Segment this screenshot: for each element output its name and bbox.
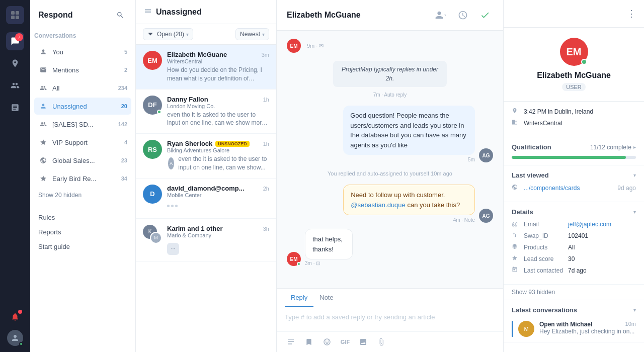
nav-icon-chat[interactable]: 7 (6, 32, 24, 50)
sidebar-rules[interactable]: Rules (34, 210, 131, 225)
reply-tab-note[interactable]: Note (313, 289, 339, 307)
details-chevron[interactable]: ▾ (633, 209, 636, 215)
assign-button[interactable] (433, 7, 449, 23)
sidebar-search-button[interactable] (113, 8, 127, 22)
location-icon (512, 108, 520, 115)
conv-sort-button[interactable]: Newest ▾ (235, 28, 269, 40)
global-label: Global Sales... (52, 157, 117, 164)
toolbar-bookmark-icon[interactable] (303, 336, 315, 348)
right-panel-header: ⋮ (504, 0, 644, 28)
latest-conv-title: Latest conversations (512, 306, 577, 314)
conv-company-ko: Mario & Company (167, 232, 269, 238)
right-panel: ⋮ EM Elizabeth McGuane USER 3:42 PM in D… (503, 0, 644, 352)
reply-tab-reply[interactable]: Reply (285, 289, 313, 307)
unassigned-count: 20 (121, 103, 127, 109)
sidebar-bottom: Rules Reports Start guide (30, 210, 135, 254)
conv-item-dd[interactable]: D david_diamond@comp... 2h Mobile Center (136, 179, 276, 219)
last-viewed-title: Last viewed (512, 171, 549, 179)
conv-item-ko[interactable]: K M Karim and 1 other 3h Mario & Company… (136, 219, 276, 261)
conv-item-rs[interactable]: RS Ryan Sherlock UNSNOOZED 1h Biking Adv… (136, 134, 276, 179)
nav-icon-stats[interactable] (6, 99, 24, 117)
sidebar-item-sales[interactable]: [SALES] SD... 142 (34, 116, 131, 133)
sidebar-item-you[interactable]: You 5 (34, 43, 131, 60)
lead-score-icon (512, 255, 520, 262)
mentions-label: Mentions (52, 66, 120, 74)
last-viewed-time: 9d ago (617, 185, 636, 192)
conv-avatar-df: DF (143, 96, 162, 115)
contact-online-dot (581, 59, 587, 65)
toolbar-gif-icon[interactable]: GIF (339, 336, 351, 348)
conv-avatar-ko2: M (150, 232, 162, 244)
sidebar-start-guide[interactable]: Start guide (34, 239, 131, 254)
reply-tabs: Reply Note (277, 289, 503, 307)
chat-header-actions (433, 7, 493, 23)
conv-content-df: Danny Fallon 1h London Moving Co. even t… (167, 96, 269, 128)
conv-item-df[interactable]: DF Danny Fallon 1h London Moving Co. eve… (136, 90, 276, 134)
unsnoozed-badge: UNSNOOZED (215, 141, 250, 147)
latest-conv-chevron[interactable]: ▾ (633, 307, 636, 313)
latest-conversations-header: Latest conversations ▾ (504, 300, 644, 316)
qualification-chevron[interactable]: ▸ (633, 144, 636, 150)
earlybird-count: 34 (121, 175, 127, 182)
toolbar-emoji-icon[interactable] (321, 336, 333, 348)
msg-row-1: EM 9m · ✉ (287, 39, 493, 53)
latest-conv-avatar: M (518, 321, 534, 337)
conv-list-menu-icon[interactable] (144, 7, 152, 17)
toolbar-attach-icon[interactable] (375, 336, 387, 348)
sidebar-item-mentions[interactable]: Mentions 2 (34, 61, 131, 78)
lead-score-label: Lead score (524, 255, 564, 262)
sidebar-item-unassigned[interactable]: Unassigned 20 (34, 98, 131, 115)
sidebar-item-all[interactable]: All 234 (34, 79, 131, 97)
msg-meta-note: 4m · Note (453, 217, 475, 223)
nav-icon-people[interactable] (6, 76, 24, 95)
conv-filter-button[interactable]: Open (20) ▾ (143, 28, 193, 40)
products-label: Products (524, 244, 564, 251)
svg-rect-2 (11, 16, 15, 19)
chat-area: Elizabeth McGuane EM 9m · ✉ ProjectMap t… (277, 0, 503, 352)
nav-icon-notifications[interactable] (6, 308, 24, 326)
details-section: Details ▾ @ Email jeff@japtec.com Swap_I… (504, 202, 644, 285)
show-hidden-link[interactable]: Show 20 hidden (30, 188, 135, 202)
filter-chevron: ▾ (186, 32, 189, 37)
msg-avatar-em2: EM (287, 252, 301, 266)
conv-list-title: Unassigned (156, 8, 202, 17)
reply-input[interactable]: Type # to add a saved reply or try sendi… (277, 307, 503, 331)
last-viewed-chevron[interactable]: ▾ (633, 172, 636, 178)
reply-toolbar: GIF (277, 331, 503, 352)
details-title: Details (512, 208, 533, 216)
browser-icon (512, 184, 520, 192)
vip-label: VIP Support (52, 139, 120, 146)
nav-icon-rocket[interactable] (6, 54, 24, 72)
latest-conv-item[interactable]: M Open with Michael 10m Hey Elizabeth, j… (504, 316, 644, 342)
sidebar-item-earlybird[interactable]: Early Bird Re... 34 (34, 170, 131, 187)
conv-name-em: Elizabeth McGuane (167, 51, 227, 58)
chat-messages: EM 9m · ✉ ProjectMap typically replies i… (277, 31, 503, 288)
msg-bubble-note: Need to follow up with customer. @sebast… (343, 185, 475, 215)
sidebar-reports[interactable]: Reports (34, 225, 131, 239)
conv-name-df: Danny Fallon (167, 96, 208, 103)
resolve-button[interactable] (477, 7, 493, 23)
qualification-progress-fill (512, 156, 626, 159)
sidebar-item-vip[interactable]: VIP Support 4 (34, 134, 131, 151)
earlybird-label: Early Bird Re... (52, 175, 117, 183)
contact-name: Elizabeth McGuane (512, 71, 636, 80)
toolbar-image-icon[interactable] (357, 336, 369, 348)
you-label: You (52, 48, 120, 56)
show-hidden-details[interactable]: Show 93 hidden (504, 285, 644, 300)
right-panel-more-btn[interactable]: ⋮ (627, 8, 636, 19)
user-avatar-small[interactable] (7, 330, 23, 346)
conv-avatar-ko-group: K M (143, 225, 162, 244)
svg-rect-0 (11, 11, 15, 15)
time-button[interactable] (455, 7, 471, 23)
msg-system: You replied and auto-assigned to yoursel… (287, 168, 493, 179)
msg-meta-thanks: 3m · ⊡ (305, 260, 373, 266)
svg-rect-1 (16, 11, 19, 15)
conv-item-em[interactable]: EM Elizabeth McGuane 3m WritersCentral H… (136, 45, 276, 90)
msg-spacer-1: 9m · ✉ (307, 43, 324, 49)
conv-dots-ko: ··· (167, 240, 269, 255)
msg-row-agent: Good question! People means the users/cu… (287, 106, 493, 162)
toolbar-format-icon[interactable] (285, 336, 297, 348)
conv-company-dd: Mobile Center (167, 192, 269, 198)
last-viewed-section: Last viewed ▾ .../components/cards 9d ag… (504, 165, 644, 202)
sidebar-item-global[interactable]: Global Sales... 23 (34, 152, 131, 169)
